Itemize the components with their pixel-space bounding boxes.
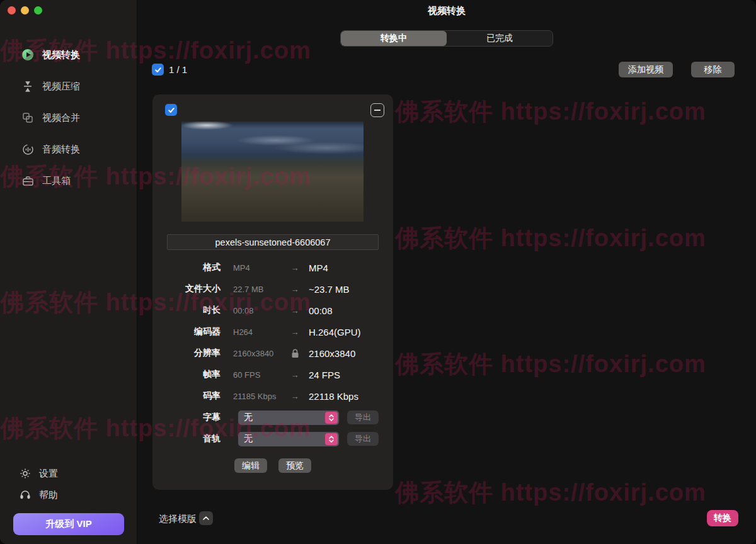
row-new-value: 2160x3840 — [309, 348, 355, 359]
app-window: 视频转换 视频压缩 视频合并 音频转换 — [0, 0, 756, 544]
sidebar-item-video-merge[interactable]: 视频合并 — [0, 102, 137, 133]
sidebar: 视频转换 视频压缩 视频合并 音频转换 — [0, 0, 137, 544]
sidebar-footer: 设置 帮助 升级到 VIP — [0, 463, 137, 544]
export-audio-button[interactable]: 导出 — [347, 432, 379, 446]
close-button[interactable] — [8, 6, 16, 14]
stepper-icon — [325, 433, 338, 445]
row-new-value: H.264(GPU) — [309, 327, 361, 337]
detail-row-framerate: 帧率 60 FPS → 24 FPS — [152, 364, 393, 385]
row-new-value: 24 FPS — [309, 370, 340, 380]
tab-converting[interactable]: 转换中 — [341, 31, 447, 46]
convert-button[interactable]: 转换 — [707, 510, 738, 526]
row-new-value: 00:08 — [309, 305, 333, 316]
lock-icon — [285, 348, 305, 358]
sidebar-item-video-compress[interactable]: 视频压缩 — [0, 71, 137, 102]
preview-button[interactable]: 预览 — [278, 458, 311, 473]
row-label: 分辨率 — [152, 348, 220, 359]
sidebar-nav: 视频转换 视频压缩 视频合并 音频转换 — [0, 39, 137, 196]
detail-row-resolution: 分辨率 2160x3840 2160x3840 — [152, 343, 393, 364]
sidebar-item-toolbox[interactable]: 工具箱 — [0, 165, 137, 196]
detail-rows: 格式 MP4 → MP4 文件大小 22.7 MB → ~23.7 MB 时长 … — [152, 257, 393, 450]
arrow-right-icon: → — [285, 263, 305, 273]
arrow-right-icon: → — [285, 392, 305, 401]
select-value: 无 — [238, 433, 253, 445]
subtitle-row: 字幕 无 导出 — [152, 407, 393, 428]
card-checkbox[interactable] — [165, 104, 177, 116]
sidebar-item-help[interactable]: 帮助 — [0, 484, 137, 506]
toolbox-icon — [21, 174, 34, 187]
watermark-text: 佛系软件 https://foxirj.com — [395, 348, 706, 380]
minimize-button[interactable] — [21, 6, 29, 14]
row-old-value: H264 — [233, 327, 285, 337]
row-label: 编码器 — [152, 326, 220, 337]
row-label: 文件大小 — [152, 283, 220, 295]
row-old-value: 22.7 MB — [233, 285, 285, 294]
check-icon — [168, 106, 175, 114]
row-label: 音轨 — [152, 433, 220, 445]
detail-row-filesize: 文件大小 22.7 MB → ~23.7 MB — [152, 278, 393, 300]
arrow-right-icon: → — [285, 327, 305, 337]
sidebar-item-settings[interactable]: 设置 — [0, 463, 137, 484]
row-label: 帧率 — [152, 369, 220, 380]
detail-row-format: 格式 MP4 → MP4 — [152, 257, 393, 278]
row-old-value: 60 FPS — [233, 370, 285, 380]
sidebar-item-label: 视频转换 — [42, 49, 80, 61]
sidebar-item-label: 视频压缩 — [42, 81, 80, 93]
arrow-right-icon: → — [285, 306, 305, 315]
row-old-value: 2160x3840 — [233, 349, 285, 358]
gear-icon — [19, 467, 32, 480]
traffic-lights — [8, 6, 42, 14]
help-label: 帮助 — [39, 489, 58, 501]
remove-button[interactable]: 移除 — [691, 62, 735, 77]
card-actions: 编辑 预览 — [152, 458, 393, 473]
selection-count: 1 / 1 — [169, 64, 187, 76]
sidebar-item-audio-convert[interactable]: 音频转换 — [0, 133, 137, 165]
page-title: 视频转换 — [137, 5, 756, 17]
arrow-right-icon: → — [285, 370, 305, 380]
status-tabs: 转换中 已完成 — [340, 30, 553, 47]
check-icon — [154, 66, 162, 74]
detail-row-encoder: 编码器 H264 → H.264(GPU) — [152, 321, 393, 343]
audio-track-select[interactable]: 无 — [238, 432, 339, 446]
row-old-value: 00:08 — [233, 306, 285, 315]
collapse-card-button[interactable] — [370, 103, 384, 117]
upgrade-vip-button[interactable]: 升级到 VIP — [13, 513, 124, 535]
video-compress-icon — [21, 80, 34, 93]
detail-row-bitrate: 码率 21185 Kbps → 22118 Kbps — [152, 385, 393, 407]
subtitle-select[interactable]: 无 — [238, 411, 339, 425]
settings-label: 设置 — [39, 468, 58, 480]
tab-completed[interactable]: 已完成 — [447, 31, 553, 46]
row-new-value: MP4 — [309, 263, 328, 273]
row-label: 时长 — [152, 305, 220, 316]
video-convert-icon — [21, 48, 34, 61]
audio-track-row: 音轨 无 导出 — [152, 428, 393, 450]
sidebar-item-video-convert[interactable]: 视频转换 — [0, 39, 137, 71]
template-expand-button[interactable] — [199, 511, 213, 525]
headset-icon — [19, 489, 32, 501]
sidebar-item-label: 工具箱 — [42, 175, 71, 187]
row-label: 码率 — [152, 390, 220, 402]
stepper-icon — [325, 412, 338, 424]
row-new-value: 22118 Kbps — [309, 391, 358, 402]
select-all-checkbox[interactable] — [152, 64, 164, 76]
row-new-value: ~23.7 MB — [309, 284, 350, 295]
watermark-text: 佛系软件 https://foxirj.com — [395, 222, 706, 254]
video-card: pexels-sunsetoned-6606067 格式 MP4 → MP4 文… — [152, 94, 393, 490]
chevron-up-icon — [203, 516, 209, 520]
sidebar-item-label: 音频转换 — [42, 144, 80, 156]
export-subtitle-button[interactable]: 导出 — [347, 411, 379, 424]
arrow-right-icon: → — [285, 285, 305, 294]
audio-convert-icon — [21, 143, 34, 156]
watermark-text: 佛系软件 https://foxirj.com — [395, 477, 706, 509]
row-old-value: 21185 Kbps — [233, 392, 285, 401]
row-old-value: MP4 — [233, 263, 285, 273]
select-template-label: 选择模版 — [159, 513, 197, 525]
watermark-text: 佛系软件 https://foxirj.com — [395, 96, 706, 128]
row-label: 字幕 — [152, 412, 220, 423]
video-filename: pexels-sunsetoned-6606067 — [167, 234, 379, 250]
edit-button[interactable]: 编辑 — [234, 458, 267, 473]
add-video-button[interactable]: 添加视频 — [619, 62, 673, 77]
zoom-button[interactable] — [34, 6, 42, 14]
detail-row-duration: 时长 00:08 → 00:08 — [152, 300, 393, 321]
video-thumbnail — [181, 122, 364, 222]
